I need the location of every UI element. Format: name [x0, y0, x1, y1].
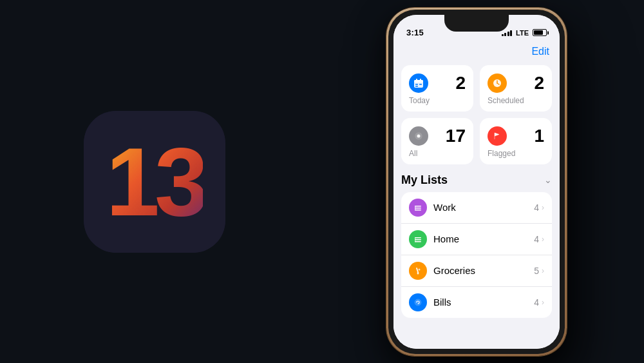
all-count: 17	[446, 126, 466, 146]
groceries-chevron-icon: ›	[542, 266, 544, 275]
bills-name: Bills	[433, 297, 534, 308]
today-label: Today	[409, 96, 466, 105]
work-icon	[409, 199, 427, 217]
iphone-frame: 3:15 LTE	[386, 8, 567, 356]
scheduled-count: 2	[534, 73, 544, 93]
svg-rect-3	[420, 79, 421, 81]
today-icon	[409, 74, 428, 93]
svg-rect-6	[419, 84, 422, 85]
work-name: Work	[433, 202, 534, 213]
svg-rect-15	[415, 206, 416, 211]
iphone-screen: 3:15 LTE	[393, 15, 560, 349]
cards-grid: 2 Today	[393, 63, 560, 171]
my-lists-header: My Lists ⌄	[401, 171, 552, 192]
ios-icon-section: 13	[0, 0, 309, 363]
svg-point-21	[415, 299, 421, 306]
notch	[444, 15, 509, 32]
signal-bar-1	[502, 34, 504, 36]
lte-label: LTE	[516, 29, 529, 37]
svg-rect-1	[414, 80, 423, 83]
groceries-count-chevron: 5 ›	[534, 266, 544, 276]
work-count-chevron: 4 ›	[534, 202, 544, 213]
svg-point-20	[419, 268, 421, 270]
list-item-work[interactable]: Work 4 ›	[401, 192, 552, 224]
bills-icon	[409, 293, 427, 311]
signal-bar-3	[507, 32, 509, 36]
flagged-card[interactable]: 1 Flagged	[480, 118, 552, 164]
bills-chevron-icon: ›	[542, 298, 544, 307]
flagged-label: Flagged	[488, 149, 544, 158]
svg-rect-4	[415, 84, 418, 85]
home-icon	[409, 230, 427, 248]
list-item-bills[interactable]: Bills 4 ›	[401, 287, 552, 318]
edit-button[interactable]: Edit	[531, 46, 549, 57]
svg-rect-5	[415, 86, 418, 87]
ios-version-number: 13	[106, 133, 204, 230]
svg-point-11	[417, 134, 421, 137]
my-lists-section: My Lists ⌄	[393, 171, 560, 318]
status-icons: LTE	[502, 29, 547, 37]
iphone-inner: 3:15 LTE	[388, 10, 565, 354]
iphone-section: 3:15 LTE	[309, 0, 644, 363]
status-bar: 3:15 LTE	[393, 15, 560, 43]
scheduled-card[interactable]: 2 Scheduled	[480, 65, 552, 112]
work-chevron-icon: ›	[542, 203, 544, 212]
today-card-header: 2	[409, 73, 466, 93]
signal-bars	[502, 30, 513, 36]
lists-container: Work 4 ›	[401, 192, 552, 318]
all-label: All	[409, 149, 466, 158]
today-count: 2	[455, 73, 466, 93]
my-lists-title: My Lists	[401, 173, 448, 187]
svg-rect-2	[416, 79, 417, 81]
today-card[interactable]: 2 Today	[401, 65, 473, 112]
list-item-home[interactable]: Home 4 ›	[401, 224, 552, 255]
app-content: Edit	[393, 43, 560, 349]
scheduled-icon	[488, 74, 507, 93]
all-card-header: 17	[409, 126, 466, 146]
flagged-count: 1	[534, 126, 544, 146]
groceries-icon	[409, 262, 427, 280]
flagged-icon	[488, 126, 507, 146]
groceries-count: 5	[534, 266, 539, 276]
home-count: 4	[534, 234, 539, 244]
battery-fill	[534, 30, 543, 35]
chevron-down-icon[interactable]: ⌄	[544, 175, 552, 185]
work-count: 4	[534, 202, 539, 213]
ios13-icon: 13	[84, 111, 225, 253]
all-card[interactable]: 17 All	[401, 118, 473, 164]
battery-icon	[533, 29, 547, 36]
edit-bar: Edit	[393, 43, 560, 63]
flagged-card-header: 1	[488, 126, 544, 146]
signal-bar-4	[510, 30, 512, 36]
all-icon	[409, 126, 428, 146]
home-count-chevron: 4 ›	[534, 234, 544, 244]
list-item-groceries[interactable]: Groceries 5 ›	[401, 255, 552, 287]
bills-count: 4	[534, 297, 539, 308]
home-chevron-icon: ›	[542, 235, 544, 244]
signal-bar-2	[504, 33, 506, 36]
groceries-name: Groceries	[433, 265, 534, 276]
svg-rect-19	[415, 237, 416, 242]
status-time: 3:15	[406, 28, 424, 37]
home-name: Home	[433, 233, 534, 244]
bills-count-chevron: 4 ›	[534, 297, 544, 308]
scheduled-card-header: 2	[488, 73, 544, 93]
scheduled-label: Scheduled	[488, 96, 544, 105]
